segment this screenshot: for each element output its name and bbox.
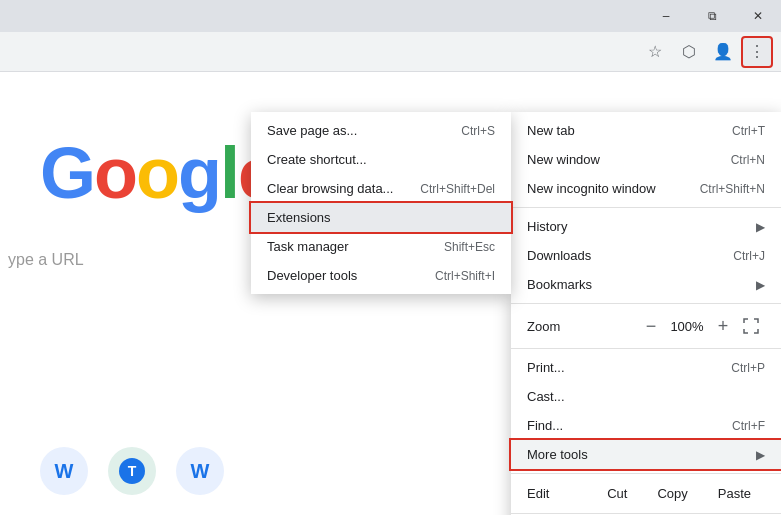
logo-l: l <box>220 133 238 213</box>
menu-item-more-tools[interactable]: More tools ▶ <box>511 440 781 469</box>
bookmark-3: W <box>176 447 224 495</box>
menu-item-print[interactable]: Print... Ctrl+P <box>511 353 781 382</box>
titlebar-controls: – ⧉ ✕ <box>643 0 781 32</box>
three-dot-menu-button[interactable]: ⋮ <box>741 36 773 68</box>
minimize-button[interactable]: – <box>643 0 689 32</box>
extensions-icon-button[interactable]: ⬡ <box>673 36 705 68</box>
edit-buttons: Cut Copy Paste <box>593 482 765 505</box>
menu-item-new-tab[interactable]: New tab Ctrl+T <box>511 116 781 145</box>
google-logo: Google <box>40 132 276 214</box>
divider-1 <box>511 207 781 208</box>
logo-g: G <box>40 133 94 213</box>
logo-o2: o <box>136 133 178 213</box>
svg-text:T: T <box>128 463 137 479</box>
cut-button[interactable]: Cut <box>593 482 641 505</box>
zoom-out-button[interactable]: − <box>637 312 665 340</box>
fullscreen-button[interactable] <box>737 312 765 340</box>
more-tools-menu: Save page as... Ctrl+S Create shortcut..… <box>251 112 511 294</box>
paste-button[interactable]: Paste <box>704 482 765 505</box>
menu-item-bookmarks[interactable]: Bookmarks ▶ <box>511 270 781 299</box>
more-tools-dev-tools[interactable]: Developer tools Ctrl+Shift+I <box>251 261 511 290</box>
divider-4 <box>511 473 781 474</box>
zoom-value: 100% <box>669 319 705 334</box>
menu-item-downloads[interactable]: Downloads Ctrl+J <box>511 241 781 270</box>
divider-3 <box>511 348 781 349</box>
restore-button[interactable]: ⧉ <box>689 0 735 32</box>
more-tools-task-manager[interactable]: Task manager Shift+Esc <box>251 232 511 261</box>
account-icon-button[interactable]: 👤 <box>707 36 739 68</box>
more-tools-clear-browsing[interactable]: Clear browsing data... Ctrl+Shift+Del <box>251 174 511 203</box>
menu-item-cast[interactable]: Cast... <box>511 382 781 411</box>
menu-item-new-incognito[interactable]: New incognito window Ctrl+Shift+N <box>511 174 781 203</box>
copy-button[interactable]: Copy <box>643 482 701 505</box>
menu-item-new-window[interactable]: New window Ctrl+N <box>511 145 781 174</box>
logo-g2: g <box>178 133 220 213</box>
edit-row: Edit Cut Copy Paste <box>511 478 781 509</box>
divider-2 <box>511 303 781 304</box>
browser-toolbar: ☆ ⬡ 👤 ⋮ <box>0 32 781 72</box>
url-hint: ype a URL <box>0 247 92 273</box>
close-button[interactable]: ✕ <box>735 0 781 32</box>
more-tools-save-page[interactable]: Save page as... Ctrl+S <box>251 116 511 145</box>
divider-5 <box>511 513 781 514</box>
zoom-row: Zoom − 100% + <box>511 308 781 344</box>
chrome-menu: New tab Ctrl+T New window Ctrl+N New inc… <box>511 112 781 515</box>
bookmarks-bar: W T W <box>40 447 224 495</box>
menu-item-history[interactable]: History ▶ <box>511 212 781 241</box>
more-tools-extensions[interactable]: Extensions <box>251 203 511 232</box>
menu-item-find[interactable]: Find... Ctrl+F <box>511 411 781 440</box>
bookmark-1: W <box>40 447 88 495</box>
star-icon-button[interactable]: ☆ <box>639 36 671 68</box>
titlebar: – ⧉ ✕ <box>0 0 781 32</box>
zoom-in-button[interactable]: + <box>709 312 737 340</box>
toolbar-right-icons: ☆ ⬡ 👤 ⋮ <box>639 36 773 68</box>
more-tools-create-shortcut[interactable]: Create shortcut... <box>251 145 511 174</box>
main-content: Google ype a URL W T W New tab Ctrl+T Ne… <box>0 72 781 515</box>
bookmark-2: T <box>108 447 156 495</box>
zoom-controls: − 100% + <box>637 312 737 340</box>
logo-o1: o <box>94 133 136 213</box>
